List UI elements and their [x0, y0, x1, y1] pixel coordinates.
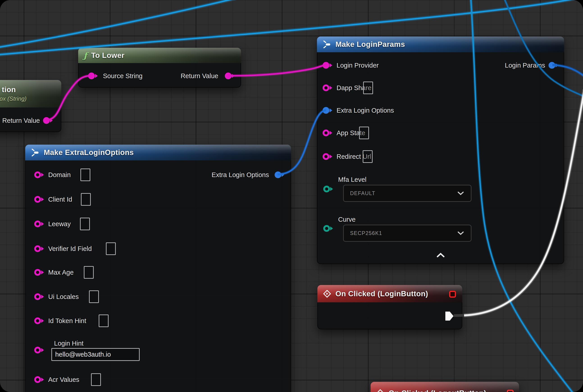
pin-label-mfa-level: Mfa Level: [338, 176, 366, 184]
input-pin-login-hint[interactable]: [34, 347, 41, 354]
input-pin-verifier-id-field[interactable]: [34, 245, 41, 252]
ui-locales-value-field[interactable]: [89, 290, 99, 303]
node-make-login-params[interactable]: Make LoginParams Login Provider Login Pa…: [317, 36, 564, 264]
collapse-node-button[interactable]: [436, 252, 446, 259]
verifier-id-field-value-field[interactable]: [106, 242, 116, 255]
input-pin-app-state[interactable]: [322, 130, 329, 136]
input-pin-login-provider[interactable]: [322, 62, 329, 69]
pin-label-curve: Curve: [338, 216, 356, 223]
id-token-hint-value-field[interactable]: [99, 314, 108, 327]
make-struct-icon: [31, 148, 40, 157]
pin-label-return-value: Return Value: [2, 117, 40, 124]
input-pin-dapp-share[interactable]: [322, 84, 329, 91]
node-partial-header[interactable]: tion ox (String): [0, 80, 61, 108]
pin-label-leeway: Leeway: [48, 220, 71, 228]
melo-header[interactable]: Make ExtraLoginOptions: [25, 145, 291, 160]
input-pin-curve[interactable]: [323, 225, 330, 232]
input-pin-domain[interactable]: [34, 172, 41, 178]
mlp-title: Make LoginParams: [336, 40, 405, 49]
acr-values-value-field[interactable]: [91, 373, 101, 386]
node-partial-function[interactable]: tion ox (String) Return Value: [0, 80, 61, 132]
exec-output-pin[interactable]: [445, 312, 454, 320]
mfa-level-dropdown[interactable]: DEFAULT: [343, 185, 472, 202]
on-clicked-logout-header[interactable]: On Clicked (LogoutButton): [370, 382, 519, 392]
mlp-header[interactable]: Make LoginParams: [317, 36, 564, 52]
app-state-value-field[interactable]: [359, 126, 369, 139]
event-diamond-icon: [323, 290, 331, 298]
function-icon: ƒ: [84, 51, 87, 60]
output-pin-extra-login-options[interactable]: [274, 172, 281, 178]
on-clicked-login-title: On Clicked (LoginButton): [336, 290, 428, 298]
chevron-down-icon: [457, 191, 464, 196]
input-pin-ui-locales[interactable]: [34, 293, 41, 300]
input-pin-redirect-url[interactable]: [322, 153, 329, 160]
node-to-lower[interactable]: ƒ To Lower Source String Return Value: [78, 48, 241, 88]
output-pin-return-value[interactable]: [43, 117, 50, 124]
pin-label-login-hint: Login Hint: [54, 340, 84, 347]
pin-label-login-provider: Login Provider: [336, 62, 379, 69]
node-on-clicked-login-button[interactable]: On Clicked (LoginButton): [318, 285, 462, 329]
input-pin-extra-login-options[interactable]: [322, 107, 329, 114]
input-pin-id-token-hint[interactable]: [34, 318, 41, 324]
curve-dropdown[interactable]: SECP256K1: [343, 224, 472, 242]
redirect-url-value-field[interactable]: [363, 150, 372, 163]
node-partial-title: tion: [2, 86, 16, 94]
make-struct-icon: [322, 40, 331, 49]
dapp-share-value-field[interactable]: [363, 82, 373, 94]
node-partial-subtitle: ox (String): [0, 95, 26, 102]
output-pin-login-params[interactable]: [548, 62, 555, 69]
input-pin-mfa-level[interactable]: [323, 186, 330, 192]
melo-title: Make ExtraLoginOptions: [44, 148, 134, 157]
mfa-level-value: DEFAULT: [350, 190, 375, 196]
max-age-value-field[interactable]: [84, 266, 94, 279]
pin-label-extra-login-options-out: Extra Login Options: [212, 171, 269, 179]
pin-label-max-age: Max Age: [48, 268, 74, 276]
pin-label-ui-locales: Ui Locales: [48, 293, 78, 300]
input-pin-max-age[interactable]: [34, 269, 41, 276]
chevron-down-icon: [457, 231, 464, 236]
leeway-value-field[interactable]: [80, 218, 90, 230]
wire-blue-topleft-a: [0, 0, 238, 47]
wire-tolower-to-login-provider: [228, 65, 326, 76]
on-clicked-logout-title: On Clicked (LogoutButton): [388, 389, 486, 392]
input-pin-leeway[interactable]: [34, 220, 41, 227]
pin-label-client-id: Client Id: [48, 196, 72, 203]
pin-label-acr-values: Acr Values: [48, 376, 79, 384]
pin-label-source-string: Source String: [103, 72, 142, 80]
pin-label-login-params: Login Params: [505, 62, 545, 69]
pin-label-id-token-hint: Id Token Hint: [48, 317, 86, 325]
pin-label-verifier-id-field: Verifier Id Field: [48, 245, 92, 252]
input-pin-client-id[interactable]: [34, 196, 41, 203]
pin-label-domain: Domain: [48, 171, 71, 179]
client-id-value-field[interactable]: [81, 193, 91, 206]
curve-value: SECP256K1: [350, 230, 382, 236]
blueprint-graph-canvas[interactable]: tion ox (String) Return Value ƒ To Lower…: [0, 0, 583, 392]
pin-label-return-value: Return Value: [181, 72, 218, 80]
input-pin-source-string[interactable]: [88, 72, 95, 79]
delegate-output-pin[interactable]: [507, 390, 514, 392]
delegate-output-pin[interactable]: [449, 291, 456, 298]
input-pin-acr-values[interactable]: [34, 376, 41, 383]
login-hint-input[interactable]: [51, 348, 140, 361]
node-make-extra-login-options[interactable]: Make ExtraLoginOptions Extra Login Optio…: [25, 145, 291, 392]
to-lower-title: To Lower: [91, 51, 124, 60]
to-lower-header[interactable]: ƒ To Lower: [78, 48, 241, 63]
node-on-clicked-logout-button[interactable]: On Clicked (LogoutButton): [370, 382, 519, 392]
domain-value-field[interactable]: [80, 168, 90, 181]
on-clicked-login-header[interactable]: On Clicked (LoginButton): [318, 285, 462, 302]
pin-label-extra-login-options: Extra Login Options: [336, 106, 394, 114]
event-diamond-icon: [376, 389, 384, 392]
output-pin-return-value[interactable]: [225, 72, 232, 79]
